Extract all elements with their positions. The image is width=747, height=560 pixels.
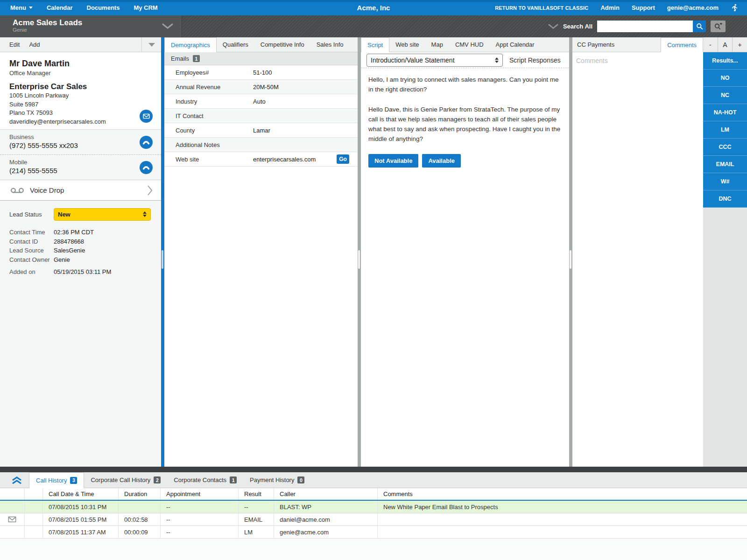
tab-appt-calendar[interactable]: Appt Calendar bbox=[490, 37, 541, 52]
search-chevron-down-icon[interactable] bbox=[548, 24, 558, 29]
tab-payment-history[interactable]: Payment History 0 bbox=[243, 472, 311, 488]
call-history-row[interactable]: 07/08/2015 11:37 AM 00:00:09 -- LM genie… bbox=[0, 526, 747, 539]
tab-qualifiers[interactable]: Qualifiers bbox=[217, 37, 254, 52]
tab-count-badge: 0 bbox=[297, 476, 304, 483]
field-label: Contact Owner bbox=[9, 255, 54, 265]
script-section-select[interactable]: Introduction/Value Statement bbox=[366, 54, 503, 67]
call-mobile-button[interactable] bbox=[140, 161, 153, 174]
result-button-lm[interactable]: LM bbox=[703, 121, 747, 139]
demo-value: enterprisecarsales.com bbox=[253, 156, 337, 163]
col-result[interactable]: Result bbox=[239, 488, 274, 500]
tab-competitive-info[interactable]: Competitive Info bbox=[254, 37, 310, 52]
result-button-dnc[interactable]: DNC bbox=[703, 190, 747, 208]
tab-cmv-hud[interactable]: CMV HUD bbox=[449, 37, 490, 52]
business-phone-label: Business bbox=[9, 133, 78, 140]
contact-address1: 1005 Lincoln Parkway bbox=[9, 91, 152, 100]
nav-documents[interactable]: Documents bbox=[87, 4, 120, 11]
demo-label: Employees# bbox=[176, 69, 253, 76]
result-button-w[interactable]: W# bbox=[703, 173, 747, 190]
tab-comments[interactable]: Comments bbox=[661, 37, 703, 52]
lead-status-select[interactable]: New bbox=[54, 208, 151, 221]
result-button-no[interactable]: NO bbox=[703, 70, 747, 87]
call-history-row[interactable]: 07/08/2015 01:55 PM 00:02:58 -- EMAIL da… bbox=[0, 513, 747, 526]
header-spacer bbox=[25, 488, 43, 500]
script-body: Hello, I am trying to connect with sales… bbox=[361, 68, 569, 467]
search-button[interactable] bbox=[693, 21, 706, 32]
tab-map[interactable]: Map bbox=[425, 37, 449, 52]
result-button-na-hot[interactable]: NA-HOT bbox=[703, 104, 747, 121]
advanced-search-button[interactable] bbox=[711, 21, 726, 32]
font-decrease-button[interactable]: - bbox=[703, 37, 718, 52]
list-chevron-down-icon[interactable] bbox=[162, 23, 173, 31]
demo-value: Auto bbox=[253, 98, 358, 105]
available-button[interactable]: Available bbox=[422, 154, 461, 168]
comments-textarea[interactable] bbox=[572, 52, 703, 467]
call-business-button[interactable] bbox=[140, 136, 153, 149]
emails-count-badge: 1 bbox=[193, 55, 200, 62]
result-button-ccc[interactable]: CCC bbox=[703, 139, 747, 156]
tab-cc-payments[interactable]: CC Payments bbox=[572, 37, 661, 52]
return-classic-link[interactable]: RETURN TO VANILLASOFT CLASSIC bbox=[495, 5, 588, 11]
splitter-right[interactable] bbox=[569, 37, 572, 467]
col-call-date-time[interactable]: Call Date & Time bbox=[43, 488, 119, 500]
user-email-menu[interactable]: genie@acme.com bbox=[667, 4, 719, 11]
tab-corporate-call-history[interactable]: Corporate Call History 2 bbox=[84, 472, 167, 488]
add-button[interactable]: Add bbox=[29, 41, 40, 48]
contact-actions-dropdown[interactable] bbox=[141, 37, 161, 52]
call-history-row[interactable]: 07/08/2015 10:31 PM -- -- BLAST: WP New … bbox=[0, 501, 747, 513]
menu-button[interactable]: Menu bbox=[10, 4, 33, 11]
font-size-button[interactable]: A bbox=[718, 37, 733, 52]
call-history-header: Call Date & Time Duration Appointment Re… bbox=[0, 488, 747, 501]
bottom-filler bbox=[0, 539, 747, 560]
field-value: SalesGenie bbox=[54, 246, 85, 255]
nav-support[interactable]: Support bbox=[632, 4, 655, 11]
mail-icon[interactable] bbox=[8, 516, 16, 523]
cell-date: 07/08/2015 01:55 PM bbox=[43, 513, 119, 525]
not-available-button[interactable]: Not Available bbox=[368, 154, 418, 168]
tab-web-site[interactable]: Web site bbox=[389, 37, 425, 52]
dropdown-triangle-icon bbox=[148, 43, 155, 47]
field-value: 02:36 PM CDT bbox=[54, 228, 94, 237]
collapse-panel-button[interactable] bbox=[8, 472, 25, 488]
col-caller[interactable]: Caller bbox=[274, 488, 378, 500]
field-label: Lead Source bbox=[9, 246, 54, 255]
results-column: - A + Results... NO NC NA-HOT LM CCC EMA… bbox=[703, 37, 747, 467]
script-responses-link[interactable]: Script Responses bbox=[509, 56, 561, 64]
emails-section-header[interactable]: Emails 1 bbox=[164, 52, 358, 65]
result-button-nc[interactable]: NC bbox=[703, 87, 747, 104]
nav-admin[interactable]: Admin bbox=[600, 4, 619, 11]
search-zone: Search All bbox=[182, 15, 747, 37]
send-email-button[interactable] bbox=[140, 110, 153, 123]
bottom-divider-strip[interactable] bbox=[0, 467, 747, 472]
cell-duration bbox=[119, 501, 161, 513]
demo-row: IndustryAuto bbox=[164, 94, 358, 109]
col-appointment[interactable]: Appointment bbox=[161, 488, 239, 500]
tab-script[interactable]: Script bbox=[361, 37, 389, 52]
list-selector[interactable]: Acme Sales Leads Genie bbox=[0, 15, 182, 37]
phone-icon bbox=[142, 140, 150, 145]
nav-calendar[interactable]: Calendar bbox=[47, 4, 73, 11]
search-input[interactable] bbox=[597, 21, 693, 32]
col-comments[interactable]: Comments bbox=[378, 488, 747, 500]
tab-call-history[interactable]: Call History 3 bbox=[29, 472, 84, 488]
contact-name: Mr Dave Martin bbox=[9, 59, 152, 69]
result-button-results[interactable]: Results... bbox=[703, 52, 747, 70]
tab-corporate-contacts[interactable]: Corporate Contacts 1 bbox=[167, 472, 243, 488]
voice-drop-row[interactable]: Voice Drop bbox=[0, 180, 161, 201]
go-button[interactable]: Go bbox=[337, 154, 349, 164]
tab-demographics[interactable]: Demographics bbox=[164, 37, 217, 52]
contact-address2: Suite 5987 bbox=[9, 100, 152, 109]
field-label: Contact Time bbox=[9, 228, 54, 237]
row-spacer bbox=[25, 501, 43, 513]
splitter-middle[interactable] bbox=[358, 37, 361, 467]
runner-icon[interactable] bbox=[731, 4, 739, 12]
col-duration[interactable]: Duration bbox=[119, 488, 161, 500]
edit-button[interactable]: Edit bbox=[9, 41, 20, 48]
cell-comments bbox=[378, 526, 747, 538]
script-section-value: Introduction/Value Statement bbox=[371, 56, 495, 64]
splitter-left[interactable] bbox=[161, 37, 164, 467]
result-button-email[interactable]: EMAIL bbox=[703, 156, 747, 173]
nav-my-crm[interactable]: My CRM bbox=[134, 4, 157, 11]
tab-sales-info[interactable]: Sales Info bbox=[310, 37, 350, 52]
font-increase-button[interactable]: + bbox=[733, 37, 747, 52]
